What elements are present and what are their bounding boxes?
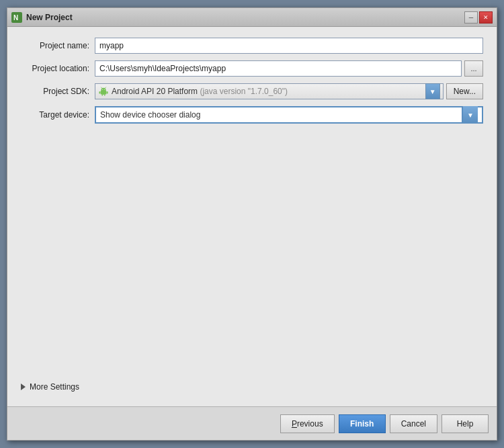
project-name-field <box>95 38 483 54</box>
svg-point-4 <box>102 89 103 90</box>
previous-button[interactable]: Previous <box>280 414 335 433</box>
svg-rect-10 <box>101 94 103 95</box>
sdk-text: Android API 20 Platform (java version "1… <box>112 87 423 96</box>
title-bar: N New Project ─ ✕ <box>7 8 497 27</box>
dialog-footer: Previous Finish Cancel Help <box>7 406 497 440</box>
dialog-content: Project name: Project location: ... Proj… <box>7 27 497 406</box>
svg-text:N: N <box>13 14 18 21</box>
target-arrow-icon: ▼ <box>467 111 474 119</box>
more-settings-label: More Settings <box>30 382 79 392</box>
svg-rect-2 <box>101 91 107 94</box>
project-location-label: Project location: <box>21 64 95 73</box>
svg-rect-8 <box>99 91 100 94</box>
target-device-label: Target device: <box>21 110 95 120</box>
project-name-input[interactable] <box>95 38 483 54</box>
help-button[interactable]: Help <box>442 414 489 433</box>
sdk-detail: (java version "1.7.0_60") <box>198 87 288 96</box>
android-icon <box>98 86 109 97</box>
target-device-row: Target device: Show device chooser dialo… <box>21 106 483 124</box>
finish-button[interactable]: Finish <box>339 414 386 433</box>
cancel-button[interactable]: Cancel <box>390 414 437 433</box>
dropdown-arrow-icon: ▼ <box>429 88 436 95</box>
target-device-field: Show device chooser dialog ▼ <box>95 106 483 124</box>
content-spacer <box>21 130 483 378</box>
sdk-name: Android API 20 Platform <box>112 87 198 96</box>
new-sdk-button[interactable]: New... <box>446 83 483 99</box>
svg-line-6 <box>101 87 102 88</box>
previous-label: Previous <box>292 419 323 429</box>
new-project-dialog: N New Project ─ ✕ Project name: Project … <box>7 7 497 441</box>
project-sdk-label: Project SDK: <box>21 87 95 96</box>
svg-point-5 <box>104 89 105 90</box>
target-dropdown-arrow[interactable]: ▼ <box>462 106 478 124</box>
title-bar-left: N New Project <box>11 12 73 23</box>
dialog-title: New Project <box>26 13 73 22</box>
target-dropdown[interactable]: Show device chooser dialog ▼ <box>95 106 483 124</box>
target-device-value: Show device chooser dialog <box>100 110 462 120</box>
svg-line-7 <box>105 87 106 88</box>
project-sdk-row: Project SDK: <box>21 83 483 99</box>
more-settings-triangle-icon <box>21 384 26 390</box>
more-settings-toggle[interactable]: More Settings <box>21 378 483 396</box>
project-sdk-field: Android API 20 Platform (java version "1… <box>95 83 483 99</box>
close-button[interactable]: ✕ <box>479 11 493 24</box>
sdk-dropdown[interactable]: Android API 20 Platform (java version "1… <box>95 83 444 99</box>
project-location-field: ... <box>95 60 483 77</box>
browse-button[interactable]: ... <box>464 60 483 77</box>
project-name-row: Project name: <box>21 38 483 54</box>
sdk-dropdown-arrow[interactable]: ▼ <box>425 83 440 99</box>
svg-rect-9 <box>107 91 108 94</box>
project-name-label: Project name: <box>21 41 95 50</box>
minimize-button[interactable]: ─ <box>464 11 478 24</box>
project-location-input[interactable] <box>95 60 462 77</box>
title-bar-controls: ─ ✕ <box>464 11 493 24</box>
project-location-row: Project location: ... <box>21 60 483 77</box>
dialog-icon: N <box>11 12 22 23</box>
svg-rect-11 <box>104 94 106 95</box>
